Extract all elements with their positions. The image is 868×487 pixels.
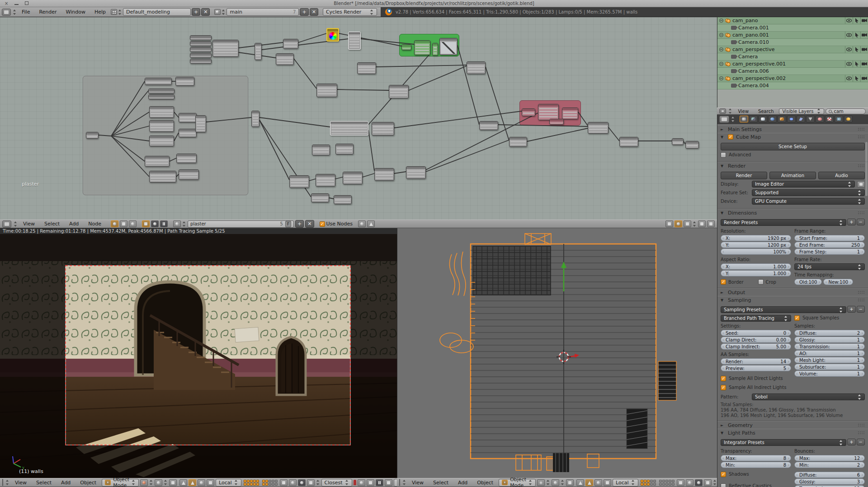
number-field[interactable]: Transmission:12 [794,485,865,487]
shader-node[interactable] [374,168,394,181]
shader-node[interactable] [316,84,337,97]
panel-grip-icon[interactable] [858,423,865,427]
bounce-type-fields[interactable]: Diffuse:6Glossy:3Transmission:12Volume:0 [794,471,865,487]
vpl-pivot-updown-icon[interactable] [164,480,168,485]
delete-layout-button[interactable]: ✕ [201,8,210,16]
panel-cube-map[interactable]: ▼ ✓ Cube Map [717,133,868,140]
remove-sampling-preset-button[interactable]: − [857,306,865,313]
time-remap-fields[interactable]: Old:100New:100 [794,278,865,286]
vpr-pivot-updown-icon[interactable] [561,480,565,485]
shader-node[interactable] [276,53,294,65]
render-presets-selector[interactable]: Render Presets [721,219,846,226]
shader-node[interactable] [479,121,498,130]
remove-integrator-preset-button[interactable]: − [857,439,865,445]
sampling-settings-fields[interactable]: Seed:0Clamp Direct:0.00Clamp Indirect:5.… [721,329,791,350]
shader-node[interactable] [149,171,176,183]
number-field[interactable]: Max:8 [721,455,791,461]
outliner-item[interactable]: cam_perspective.001 [717,61,868,68]
vpl-opengl-render-icon[interactable] [358,479,365,486]
tab-data[interactable] [806,116,815,122]
add-preset-button[interactable]: + [847,219,855,225]
outliner-item[interactable]: cam_perspective [717,46,868,53]
vpr-pivot-align-icon[interactable] [566,479,574,486]
tab-particles[interactable] [835,116,843,122]
screen-layout-icon[interactable] [111,9,117,15]
shader-node[interactable] [619,137,638,147]
shader-node[interactable] [439,38,458,55]
advanced-checkbox[interactable] [721,152,726,158]
expand-icon[interactable] [719,62,723,66]
shader-node[interactable] [330,121,368,136]
properties-type-icon[interactable] [719,116,729,123]
number-field[interactable]: New:100 [823,279,853,285]
scene-updown-icon[interactable] [222,9,226,15]
vpl-renderlayer-icon[interactable] [385,479,392,486]
vpl-rotate-icon[interactable] [198,479,205,486]
shader-node[interactable] [190,47,212,52]
outliner-item[interactable]: cam_pano.001 [717,32,868,39]
vpl-menu-view[interactable]: View [11,478,31,487]
copy-node-icon[interactable] [698,220,706,227]
shader-node[interactable] [179,169,199,180]
transparency-fields[interactable]: Max:8Min:8 [721,454,791,468]
render-button[interactable]: Render [721,172,767,179]
number-field[interactable]: Volume:1 [794,370,865,377]
pattern-selector[interactable]: Sobol [752,393,865,401]
panel-light-paths[interactable]: ▼Light Paths [717,429,868,436]
minimize-window-icon[interactable] [14,1,19,5]
number-field[interactable]: Old:100 [794,279,822,285]
vpr-pivot-icon[interactable] [552,479,559,486]
shader-node[interactable] [212,40,239,57]
use-nodes-checkbox[interactable]: ✓ [320,221,325,227]
outliner-display-mode[interactable]: Visible Layers [779,108,824,114]
vpl-magnet-icon[interactable] [354,480,356,485]
number-field[interactable]: Start Frame:1 [794,235,865,241]
add-sampling-preset-button[interactable]: + [847,306,855,313]
number-field[interactable]: Glossy:1 [794,337,865,343]
tab-world[interactable] [768,116,777,122]
shader-node[interactable] [538,104,559,120]
number-field[interactable]: Clamp Direct:0.00 [721,337,791,343]
shader-node[interactable] [145,156,170,167]
shader-node[interactable] [179,113,197,122]
number-field[interactable]: AO:1 [794,350,865,356]
outliner-menu-search[interactable]: Search [754,108,778,115]
outliner-updown-icon[interactable] [728,108,732,114]
display-lock-icon[interactable] [857,181,865,187]
feature-set-selector[interactable]: Supported [752,189,865,196]
editor-type-updown-icon[interactable] [13,9,17,15]
fake-user-button[interactable]: F [285,221,291,227]
vpr-layers-group1[interactable] [641,480,656,486]
properties-editor[interactable]: ►Main Settings ▼ ✓ Cube Map Scene Setup … [717,124,868,487]
node-menu-select[interactable]: Select [40,219,64,229]
shader-node[interactable] [251,111,259,127]
vpl-layers-group1[interactable] [244,480,259,486]
vpr-rotate-icon[interactable] [594,479,602,486]
number-field[interactable]: Mesh Light:1 [794,357,865,363]
shader-node[interactable] [312,145,330,155]
expand-icon[interactable] [719,33,723,37]
display-selector[interactable]: Image Editor [752,181,855,187]
panel-grip-icon[interactable] [858,127,865,131]
shader-node[interactable] [148,89,175,94]
panel-main-settings[interactable]: ►Main Settings [717,125,868,133]
shader-node[interactable] [326,28,339,42]
number-field[interactable]: Subsurface:1 [794,364,865,370]
number-field[interactable]: 100% [721,248,791,255]
shader-node[interactable] [357,62,376,74]
shader-node[interactable] [195,115,206,132]
shader-node[interactable] [372,122,394,136]
delete-scene-button[interactable]: ✕ [310,8,318,16]
number-field[interactable]: Min:2 [794,462,865,468]
shader-node[interactable] [335,144,354,155]
scene-icon[interactable] [214,9,221,15]
outliner-search-input[interactable]: cam [826,108,866,114]
shader-node[interactable] [672,138,684,145]
outliner[interactable]: cam_panoCamera.001cam_pano.001Camera.010… [717,17,868,108]
vpr-lock-icon[interactable] [677,479,684,486]
menu-help[interactable]: Help [90,7,110,17]
panel-grip-icon[interactable] [858,135,865,139]
outliner-item[interactable]: cam_perspective.002 [717,75,868,82]
aspect-fields[interactable]: X:1.000Y:1.000 [721,263,791,277]
panel-output[interactable]: ►Output [717,288,868,296]
